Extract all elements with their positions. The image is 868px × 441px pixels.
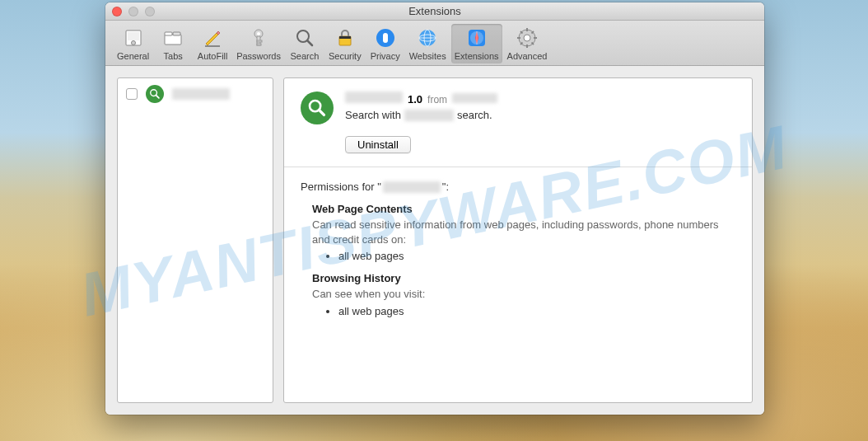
permission-title: Web Page Contents bbox=[312, 203, 735, 215]
tab-extensions[interactable]: Extensions bbox=[451, 24, 502, 63]
autofill-icon bbox=[200, 26, 225, 50]
tab-passwords[interactable]: Passwords bbox=[233, 24, 284, 63]
general-icon bbox=[121, 26, 146, 50]
extension-list-item[interactable] bbox=[118, 78, 273, 110]
svg-rect-17 bbox=[383, 33, 388, 43]
svg-point-11 bbox=[257, 32, 260, 35]
websites-icon bbox=[415, 26, 440, 50]
svg-rect-3 bbox=[165, 35, 181, 45]
uninstall-button[interactable]: Uninstall bbox=[345, 136, 411, 153]
tab-label: AutoFill bbox=[198, 51, 228, 61]
extension-name-redacted bbox=[345, 91, 403, 103]
extension-vendor-redacted bbox=[452, 93, 497, 103]
toolbar: General Tabs AutoFill Passwords Search bbox=[105, 21, 764, 66]
extensions-list bbox=[117, 77, 273, 403]
tab-tabs[interactable]: Tabs bbox=[154, 24, 192, 63]
tab-general[interactable]: General bbox=[114, 24, 152, 63]
svg-rect-6 bbox=[205, 45, 220, 47]
titlebar[interactable]: Extensions bbox=[105, 2, 764, 21]
svg-rect-1 bbox=[128, 32, 139, 40]
extension-detail-icon bbox=[301, 91, 334, 124]
tabs-icon bbox=[161, 26, 185, 50]
svg-rect-4 bbox=[165, 32, 172, 35]
from-label: from bbox=[427, 94, 447, 106]
svg-rect-5 bbox=[173, 32, 180, 35]
security-icon bbox=[333, 26, 357, 50]
extensions-icon bbox=[464, 26, 489, 50]
tab-search[interactable]: Search bbox=[286, 24, 324, 63]
advanced-icon bbox=[515, 26, 539, 50]
tab-advanced[interactable]: Advanced bbox=[504, 24, 551, 63]
tab-label: Websites bbox=[409, 51, 446, 61]
extension-title-row: 1.0 from bbox=[345, 91, 497, 106]
svg-point-25 bbox=[524, 35, 530, 41]
tab-label: Security bbox=[329, 51, 362, 61]
extension-checkbox[interactable] bbox=[126, 88, 138, 100]
extension-detail-panel: 1.0 from Search with search. Uninstall P… bbox=[283, 77, 753, 403]
divider bbox=[284, 167, 752, 167]
permission-desc: Can see when you visit: bbox=[312, 287, 735, 302]
tab-label: Tabs bbox=[164, 51, 183, 61]
extension-item-icon bbox=[146, 85, 164, 103]
tab-websites[interactable]: Websites bbox=[406, 24, 450, 63]
tab-privacy[interactable]: Privacy bbox=[366, 24, 404, 63]
content-area: 1.0 from Search with search. Uninstall P… bbox=[105, 66, 764, 415]
extension-name-redacted bbox=[383, 181, 441, 193]
tab-label: Advanced bbox=[507, 51, 548, 61]
tab-autofill[interactable]: AutoFill bbox=[194, 24, 231, 63]
svg-point-2 bbox=[131, 41, 135, 45]
tab-label: General bbox=[117, 51, 149, 61]
search-icon bbox=[292, 26, 317, 50]
svg-line-13 bbox=[307, 40, 312, 45]
tab-security[interactable]: Security bbox=[325, 24, 365, 63]
extension-name-redacted bbox=[404, 110, 454, 121]
extension-description: Search with search. bbox=[345, 109, 497, 121]
svg-rect-10 bbox=[257, 44, 261, 45]
extension-version: 1.0 bbox=[408, 93, 422, 106]
preferences-window: Extensions General Tabs AutoFill Passwor… bbox=[105, 2, 764, 415]
svg-rect-9 bbox=[257, 40, 262, 42]
permission-bullet: all web pages bbox=[338, 250, 735, 262]
tab-label: Privacy bbox=[371, 51, 400, 61]
extension-name-redacted bbox=[172, 88, 230, 100]
passwords-icon bbox=[246, 26, 271, 50]
permission-bullet: all web pages bbox=[338, 305, 735, 317]
window-title: Extensions bbox=[105, 5, 764, 17]
permission-title: Browsing History bbox=[312, 272, 735, 284]
tab-label: Search bbox=[291, 51, 320, 61]
svg-line-37 bbox=[319, 110, 324, 115]
permission-block-history: Browsing History Can see when you visit:… bbox=[301, 272, 735, 317]
extension-header: 1.0 from Search with search. bbox=[301, 91, 735, 124]
privacy-icon bbox=[373, 26, 398, 50]
permission-desc: Can read sensitive information from web … bbox=[312, 218, 735, 246]
svg-rect-15 bbox=[339, 36, 351, 39]
tab-label: Extensions bbox=[455, 51, 499, 61]
svg-line-35 bbox=[156, 95, 159, 98]
permission-block-web-contents: Web Page Contents Can read sensitive inf… bbox=[301, 203, 735, 262]
permissions-heading: Permissions for " ": bbox=[301, 181, 735, 193]
tab-label: Passwords bbox=[236, 51, 281, 61]
uninstall-row: Uninstall bbox=[301, 136, 735, 153]
